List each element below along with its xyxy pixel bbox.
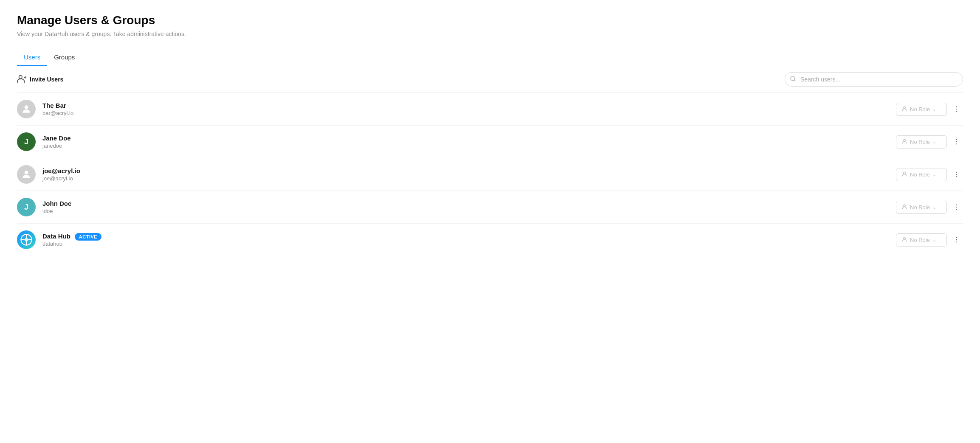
role-person-icon (901, 236, 907, 244)
more-options-button[interactable] (950, 169, 963, 180)
svg-point-22 (956, 209, 957, 210)
avatar: J (17, 132, 36, 151)
role-person-icon (901, 204, 907, 211)
avatar (17, 100, 36, 118)
active-badge: ACTIVE (75, 233, 101, 241)
role-dropdown[interactable]: No Role ⌄ (896, 103, 947, 116)
role-person-icon (901, 106, 907, 113)
svg-point-24 (25, 238, 28, 241)
user-row: J Jane Doe janedoe No Role ⌄ (17, 126, 963, 158)
avatar: J (17, 198, 36, 216)
svg-point-15 (904, 172, 906, 174)
svg-point-10 (904, 139, 906, 141)
user-info: joe@acryl.io joe@acryl.io (42, 167, 896, 182)
user-actions: No Role ⌄ (896, 201, 963, 214)
role-dropdown[interactable]: No Role ⌄ (896, 233, 947, 247)
search-input[interactable] (785, 72, 963, 87)
invite-icon (17, 74, 26, 85)
user-row: joe@acryl.io joe@acryl.io No Role ⌄ (17, 158, 963, 191)
users-list: The Bar bar@acryl.io No Role ⌄ (17, 93, 963, 256)
svg-point-14 (25, 171, 28, 174)
more-options-button[interactable] (950, 202, 963, 213)
role-label: No Role (910, 237, 930, 243)
svg-point-0 (19, 75, 22, 78)
user-actions: No Role ⌄ (896, 135, 963, 149)
tabs-container: Users Groups (17, 49, 963, 66)
user-handle: datahub (42, 241, 896, 247)
role-dropdown[interactable]: No Role ⌄ (896, 201, 947, 214)
page-subtitle: View your DataHub users & groups. Take a… (17, 31, 963, 37)
invite-users-button[interactable]: Invite Users (17, 74, 63, 85)
svg-point-9 (956, 111, 957, 112)
chevron-down-icon: ⌄ (932, 139, 936, 145)
user-handle: joe@acryl.io (42, 175, 896, 182)
user-handle: jdoe (42, 208, 896, 214)
chevron-down-icon: ⌄ (932, 237, 936, 243)
role-person-icon (901, 171, 907, 178)
svg-point-5 (25, 105, 28, 109)
chevron-down-icon: ⌄ (932, 172, 936, 177)
svg-point-17 (956, 174, 957, 175)
toolbar: Invite Users (17, 66, 963, 93)
role-label: No Role (910, 106, 930, 112)
svg-point-31 (956, 239, 957, 240)
user-row: J John Doe jdoe No Role ⌄ (17, 191, 963, 224)
user-info: Data HubACTIVE datahub (42, 233, 896, 247)
svg-point-29 (904, 237, 906, 239)
svg-point-12 (956, 141, 957, 142)
svg-point-6 (904, 107, 906, 109)
user-info: The Bar bar@acryl.io (42, 102, 896, 116)
user-row: Data HubACTIVE datahub No Role ⌄ (17, 224, 963, 256)
search-icon (790, 76, 796, 83)
page-container: Manage Users & Groups View your DataHub … (0, 0, 980, 270)
user-name: Jane Doe (42, 135, 896, 142)
svg-point-20 (956, 205, 957, 205)
user-handle: bar@acryl.io (42, 110, 896, 116)
user-name: The Bar (42, 102, 896, 109)
svg-line-4 (794, 80, 795, 81)
user-info: John Doe jdoe (42, 200, 896, 214)
user-name: joe@acryl.io (42, 167, 896, 174)
svg-point-13 (956, 143, 957, 144)
avatar (17, 230, 36, 249)
svg-point-30 (956, 237, 957, 238)
svg-point-11 (956, 139, 957, 140)
svg-point-32 (956, 241, 957, 242)
user-row: The Bar bar@acryl.io No Role ⌄ (17, 93, 963, 126)
svg-point-8 (956, 109, 957, 109)
search-container (785, 72, 963, 87)
invite-users-label: Invite Users (30, 76, 63, 83)
user-name: Data HubACTIVE (42, 233, 896, 240)
role-label: No Role (910, 204, 930, 210)
svg-point-16 (956, 172, 957, 173)
role-person-icon (901, 138, 907, 146)
svg-point-21 (956, 207, 957, 207)
more-options-button[interactable] (950, 136, 963, 147)
tab-groups[interactable]: Groups (47, 49, 82, 66)
avatar (17, 165, 36, 184)
tab-users[interactable]: Users (17, 49, 47, 66)
more-options-button[interactable] (950, 104, 963, 115)
user-actions: No Role ⌄ (896, 233, 963, 247)
svg-point-7 (956, 107, 957, 107)
svg-point-18 (956, 176, 957, 177)
user-info: Jane Doe janedoe (42, 135, 896, 149)
role-dropdown[interactable]: No Role ⌄ (896, 168, 947, 181)
user-handle: janedoe (42, 143, 896, 149)
user-actions: No Role ⌄ (896, 103, 963, 116)
chevron-down-icon: ⌄ (932, 107, 936, 112)
role-dropdown[interactable]: No Role ⌄ (896, 135, 947, 149)
user-name: John Doe (42, 200, 896, 207)
svg-point-19 (904, 205, 906, 207)
user-actions: No Role ⌄ (896, 168, 963, 181)
chevron-down-icon: ⌄ (932, 205, 936, 210)
role-label: No Role (910, 139, 930, 145)
role-label: No Role (910, 171, 930, 178)
page-title: Manage Users & Groups (17, 14, 963, 27)
more-options-button[interactable] (950, 234, 963, 245)
